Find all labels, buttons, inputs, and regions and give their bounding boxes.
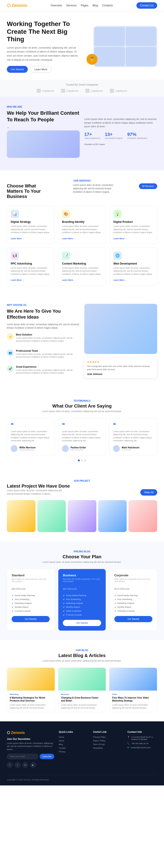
contact-button[interactable]: Contact Us	[136, 2, 157, 9]
feature-dot-1: ⭐	[7, 333, 14, 340]
service-icon-5: 📝	[62, 252, 70, 260]
service-link-3[interactable]: Learn More →	[113, 238, 127, 240]
projects-section: Our Project Latest Project We Have Done …	[0, 470, 164, 541]
nav-pages[interactable]: Pages	[80, 4, 88, 7]
blog-title: Latest Blog & Articles	[7, 653, 157, 658]
footer-contact: Contact Info 📍 4 Current Road No 5/ U, S…	[127, 731, 157, 768]
useful-link-4[interactable]: Newsletter	[93, 747, 123, 749]
feature-business-2: Post Scheduling	[63, 598, 101, 601]
get-started-business[interactable]: Get Started	[63, 620, 101, 626]
logo-icon-4	[110, 89, 114, 93]
test-card-3: ❝ Lorem ipsum dolor sit amet, consectetu…	[109, 418, 157, 456]
service-link-1[interactable]: Learn More →	[11, 238, 24, 240]
service-card-3: 💡 Digital Product Lorem ipsum dolor sit …	[109, 206, 157, 244]
hero-img-3	[94, 47, 125, 66]
project-card-4[interactable]	[98, 500, 127, 532]
effective-tag: Why Choose Us	[7, 304, 80, 306]
test-text-1: Lorem ipsum dolor sit amet, consectetur …	[11, 430, 51, 442]
quick-link-3[interactable]: Blog	[59, 743, 89, 746]
newsletter-button[interactable]: Subscribe	[40, 754, 54, 759]
test-author-1: Willie Morrison Marketing Director	[11, 445, 51, 452]
feature-business-1: Social Media Planning	[63, 594, 101, 597]
quick-link-1[interactable]: Home	[59, 736, 89, 738]
pricing-tag: Pricing Blog	[7, 550, 157, 553]
blog-section: Our Blog Latest Blog & Articles Lorem ip…	[0, 640, 164, 721]
dot-3[interactable]	[84, 460, 86, 461]
quick-link-4[interactable]: Contact	[59, 747, 89, 749]
services-grid: 📊 Digital Strategy Lorem ipsum dolor sit…	[7, 206, 157, 285]
project-card-2[interactable]	[37, 500, 66, 532]
service-desc-6: Lorem ipsum dolor sit amet, consectetur …	[113, 267, 153, 276]
pricing-section: Pricing Blog Choose Your Plan Lorem ipsu…	[0, 541, 164, 640]
nav-blog[interactable]: Blog	[93, 4, 98, 7]
feature-text-3: Great Experience Lorem ipsum dolor sit a…	[16, 365, 80, 378]
services-header-middle: Lorem ipsum dolor sit amet, consectetur …	[68, 183, 139, 194]
dot-1[interactable]	[78, 460, 80, 461]
trusted-logo-2: Logolpsum	[61, 89, 78, 93]
navbar: ⬡ Zenovis Overview Services Pages Blog C…	[0, 0, 164, 11]
hero-img-1	[94, 27, 125, 46]
get-started-corporate[interactable]: Get Started	[114, 616, 153, 622]
blog-card-3[interactable]: Video Four Ways To Improve Your Video Ma…	[109, 668, 157, 712]
service-link-6[interactable]: Learn More →	[113, 279, 127, 281]
blog-grid: Marketing 6 Marketing Strategies For Nic…	[7, 668, 157, 712]
useful-link-3[interactable]: Term Of Use	[93, 743, 123, 746]
twitter-icon[interactable]: t	[14, 762, 21, 768]
service-desc-3: Lorem ipsum dolor sit amet, consectetur …	[113, 225, 153, 234]
footer-useful-links: Useful Link Privacy Policy Return Policy…	[93, 731, 123, 768]
stat-satisfaction: 97% Customer Satisfaction	[127, 132, 147, 140]
logo: ⬡ Zenovis	[7, 3, 27, 8]
stats-row: 17+ Years Experience 13+ Successful Proj…	[84, 132, 157, 140]
who-we-are-section: Who We Are We Help Your Brilliant Conten…	[0, 96, 164, 170]
plan-desc-corporate: Best option for corporate use & for your…	[114, 578, 153, 583]
linkedin-icon[interactable]: in	[22, 762, 28, 768]
service-link-5[interactable]: Learn More →	[62, 279, 76, 281]
get-started-standard[interactable]: Get Started	[11, 616, 50, 622]
footer-brand: ⬡ Zenovis Join Our Newsletter Lorem ipsu…	[7, 731, 54, 768]
who-left: Who We Are We Help Your Brilliant Conten…	[7, 105, 80, 161]
useful-link-1[interactable]: Privacy Policy	[93, 736, 123, 738]
contact-address: 📍 4 Current Road No 5/ U, Shams St Bhuta…	[127, 736, 157, 741]
useful-link-2[interactable]: Return Policy	[93, 740, 123, 742]
plan-name-standard: Standard	[11, 574, 50, 577]
who-description: Lorem ipsum dolor sit amet, consectetur …	[84, 118, 157, 128]
testimonials-tag: Testimonials	[7, 400, 157, 402]
nav-overview[interactable]: Overview	[51, 4, 62, 7]
testimonials-title: What Our Client Are Saying	[7, 403, 157, 409]
service-link-2[interactable]: Learn More →	[62, 238, 76, 240]
get-started-button[interactable]: Get Started	[7, 66, 28, 73]
project-card-3[interactable]	[68, 500, 96, 532]
quick-link-5[interactable]: Privacy	[59, 750, 89, 753]
blog-tag-2: Business	[61, 693, 103, 695]
test-text-2: Lorem ipsum dolor sit amet, consectetur …	[62, 430, 102, 442]
test-author-2: Paulina Grider CEO & Founder	[62, 445, 102, 452]
dot-2[interactable]	[81, 460, 83, 461]
view-all-button[interactable]: View All	[140, 489, 157, 496]
blog-card-1[interactable]: Marketing 6 Marketing Strategies For Nic…	[7, 668, 55, 712]
hero-badge: 🥇	[87, 54, 97, 65]
youtube-icon[interactable]: ▶	[30, 762, 36, 768]
quick-links-list: Home About Blog Contact Privacy	[59, 736, 89, 753]
services-tag: Our Services	[7, 180, 157, 182]
all-services-button[interactable]: All Services	[139, 183, 157, 189]
blog-card-2[interactable]: Business Changing & Grow Business Faster…	[58, 668, 106, 712]
learn-more-button[interactable]: Learn More	[30, 66, 52, 73]
testimonial-stars: ★★★★★	[87, 360, 155, 364]
blog-post-title-3: Four Ways To Improve Your Video Marketin…	[112, 696, 154, 702]
hero-img-2	[126, 27, 156, 46]
nav-contacts[interactable]: Contacts	[102, 4, 113, 7]
nav-services[interactable]: Services	[66, 4, 76, 7]
quick-link-2[interactable]: About	[59, 740, 89, 742]
feature-dot-2: 👥	[7, 349, 14, 356]
feature-standard-3: Marketing Analysis	[11, 602, 50, 604]
service-link-4[interactable]: Learn More →	[11, 279, 24, 281]
project-card-1[interactable]	[7, 500, 36, 532]
pricing-title: Choose Your Plan	[7, 554, 157, 559]
service-title-2: Branding Identity	[62, 220, 102, 223]
projects-header-left: Latest Project We Have Done Lorem ipsum …	[7, 484, 70, 496]
services-header-left: Choose What Matters To Your Business	[7, 183, 68, 199]
project-card-5[interactable]	[128, 500, 157, 532]
trusted-logos: Logolpsum Logolpsum Logolpsum Logolpsum	[7, 89, 157, 93]
newsletter-input[interactable]	[7, 754, 38, 759]
facebook-icon[interactable]: f	[7, 762, 13, 768]
